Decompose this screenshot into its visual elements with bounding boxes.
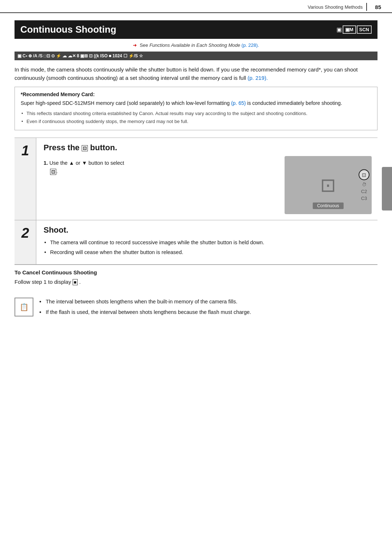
mode-bar: ▣ C▪ ⊕ /A /S □⊡ ⊙ ⚡ ☁ ☁✕ 8 ▣⊞ ⊡ ((k ISO …: [15, 52, 377, 60]
mode-bar-icon-3: ⊕: [28, 53, 32, 58]
mode-bar-icon-18: ☐: [123, 53, 127, 58]
mode-bar-icon-2: C▪: [23, 53, 27, 58]
header-divider: [366, 3, 367, 11]
mode-bar-icon-4: /A: [33, 53, 37, 58]
body-text-content: In this mode, the camera shoots continuo…: [15, 66, 358, 81]
step-1-title-icon: ⊡: [82, 145, 88, 152]
page-title: Continuous Shooting: [20, 24, 116, 35]
step-2-number: 2: [21, 225, 29, 241]
mode-bar-icon-11: 8: [77, 53, 79, 58]
step-1-sub-label: 1. Use the ▲ or ▼ button to select: [44, 160, 124, 166]
info-box-item-1: This reflects standard shooting criteria…: [21, 110, 371, 117]
note-box: 📋 The interval between shots lengthens w…: [15, 298, 377, 319]
qm-mode-icon: ▣M: [343, 25, 356, 34]
step-2-number-col: 2: [15, 220, 36, 264]
scn-mode-icon: SCN: [357, 25, 372, 34]
step-1-image: ⊡ Continuous ⊡ ⏱ C2 C3: [285, 156, 372, 214]
right-tab: [382, 167, 392, 210]
step-1-title-start: Press the: [44, 143, 82, 152]
camera-side-icon-2: C2: [361, 189, 367, 194]
camera-side-icon-1: ⏱: [362, 182, 367, 187]
step-1-text: 1. Use the ▲ or ▼ button to select ⊡.: [44, 156, 277, 176]
note-icon: 📋: [15, 298, 33, 316]
note-item-2: If the flash is used, the interval betwe…: [39, 308, 377, 316]
info-body-text: Super high-speed SDC-512MSH memory card …: [21, 100, 231, 106]
reference-line: ➜ See Functions Available in Each Shooti…: [15, 42, 377, 48]
title-row: Continuous Shooting ▣ ▣M SCN: [15, 20, 377, 39]
ref-text: See Functions Available in Each Shooting…: [140, 42, 259, 48]
cancel-body: Follow step 1 to display ■ .: [15, 278, 377, 286]
info-box: *Recommended Memory Card: Super high-spe…: [15, 87, 377, 131]
note-list: The interval between shots lengthens whe…: [39, 298, 377, 319]
note-item-1: The interval between shots lengthens whe…: [39, 298, 377, 306]
step-2-bullets: The camera will continue to record succe…: [44, 238, 372, 257]
step-2-bullet-1: The camera will continue to record succe…: [44, 238, 372, 247]
step-1-title: Press the ⊡ button.: [44, 143, 372, 152]
arrow-icon: ➜: [133, 42, 137, 48]
step-1-sub: 1. Use the ▲ or ▼ button to select ⊡.: [44, 159, 277, 176]
page-header: Various Shooting Methods 85: [0, 0, 392, 13]
body-paragraph: In this mode, the camera shoots continuo…: [15, 65, 377, 82]
step-1-section: 1 Press the ⊡ button. 1. Use the ▲ or ▼ …: [15, 138, 377, 220]
note-icon-symbol: 📋: [20, 303, 29, 311]
step-1-inline-icon: ⊡: [50, 169, 56, 175]
step-1-content: Press the ⊡ button. 1. Use the ▲ or ▼ bu…: [36, 138, 377, 220]
page-number: 85: [375, 4, 381, 10]
step-1-number: 1: [21, 143, 29, 159]
mode-bar-icon-15: ISO: [100, 53, 108, 58]
step-2-bullet-2: Recording will cease when the shutter bu…: [44, 248, 372, 257]
mode-icons: ▣ ▣M SCN: [336, 25, 372, 34]
info-box-list: This reflects standard shooting criteria…: [21, 110, 371, 125]
info-body-link[interactable]: (p. 65): [231, 100, 246, 106]
cancel-section: To Cancel Continuous Shooting Follow ste…: [15, 265, 377, 290]
mode-bar-icon-7: ⊙: [51, 53, 55, 58]
mode-bar-icon-20: ☆: [139, 53, 143, 58]
step-1-inner: 1. Use the ▲ or ▼ button to select ⊡. ⊡ …: [44, 156, 372, 214]
mode-bar-icon-10: ☁✕: [68, 53, 76, 58]
mode-bar-icon-8: ⚡: [56, 53, 61, 58]
mode-bar-icon-14: ((k: [94, 53, 99, 58]
step-1-title-end: button.: [88, 143, 117, 152]
body-link[interactable]: (p. 219).: [248, 75, 268, 81]
info-box-item-2: Even if continuous shooting suddenly sto…: [21, 118, 371, 125]
cancel-title: To Cancel Continuous Shooting: [15, 269, 377, 275]
info-box-body: Super high-speed SDC-512MSH memory card …: [21, 99, 371, 107]
mode-bar-icon-16: ■: [109, 53, 111, 58]
step-2-section: 2 Shoot. The camera will continue to rec…: [15, 220, 377, 264]
camera-mode-icon: ▣: [336, 26, 342, 33]
mode-bar-icon-19: ⚡/S: [128, 53, 138, 58]
cancel-icon: ■: [73, 279, 78, 286]
mode-bar-icon-9: ☁: [62, 53, 67, 58]
section-title: Various Shooting Methods: [308, 4, 363, 10]
mode-bar-icon-5: /S: [38, 53, 42, 58]
cancel-text-end: .: [79, 279, 81, 285]
camera-side-active-icon: ⊡: [359, 169, 369, 180]
step-2-title: Shoot.: [44, 225, 372, 235]
mode-bar-icon-12: ▣⊞: [80, 53, 88, 58]
camera-label: Continuous: [313, 203, 344, 209]
step-1-sub-icon: ⊡.: [50, 168, 58, 174]
step-1-number-col: 1: [15, 138, 36, 220]
camera-ui: ⊡ Continuous ⊡ ⏱ C2 C3: [285, 156, 372, 214]
camera-side-icons: ⊡ ⏱ C2 C3: [359, 169, 369, 201]
info-box-title: *Recommended Memory Card:: [21, 91, 371, 97]
mode-bar-icon-1: ▣: [17, 53, 21, 58]
ref-link[interactable]: (p. 228).: [241, 42, 259, 48]
mode-bar-icon-17: 1024: [113, 53, 122, 58]
info-body-end: is conducted immediately before shooting…: [246, 100, 342, 106]
cancel-text-start: Follow step 1 to display: [15, 279, 71, 285]
step-2-content: Shoot. The camera will continue to recor…: [36, 220, 377, 264]
main-content: Continuous Shooting ▣ ▣M SCN ➜ See Funct…: [0, 13, 392, 330]
mode-bar-icon-13: ⊡: [89, 53, 93, 58]
camera-side-icon-3: C3: [361, 196, 367, 201]
camera-main-icon: ⊡: [320, 174, 336, 196]
mode-bar-icon-6: □⊡: [44, 53, 50, 58]
